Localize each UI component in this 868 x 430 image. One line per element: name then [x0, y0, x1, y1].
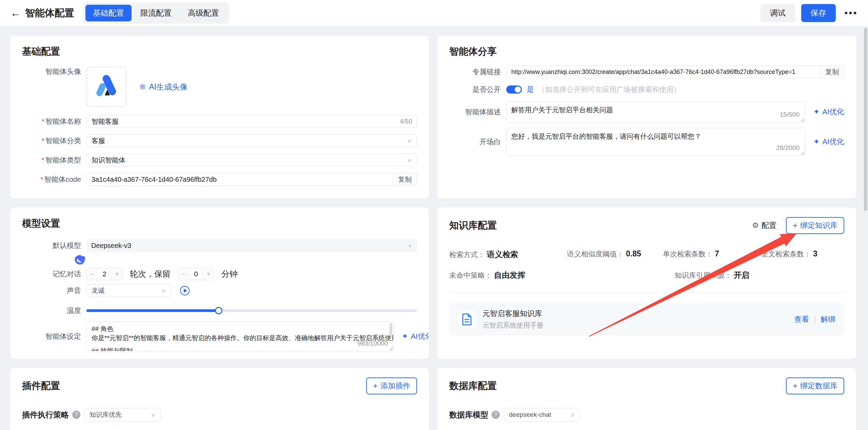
kb-stats-row-1: 检索方式：语义检索 语义相似度阈值：0.85 单次检索条数：7 全文检索条数：3 [449, 249, 844, 260]
plus-icon: + [373, 382, 378, 390]
more-menu-icon[interactable]: ••• [845, 8, 858, 18]
prompt-scrollbar[interactable] [390, 323, 392, 336]
agent-category-select[interactable]: 客服 ∨ [86, 134, 417, 147]
description-textarea[interactable]: 解答用户关于元智启平台相关问题 15/500 [506, 101, 805, 122]
memory-suffix-text: 分钟 [221, 269, 238, 279]
opening-label: 开场白 [449, 137, 506, 146]
toggle-knob [515, 86, 521, 93]
scrollbar-thumb[interactable] [864, 28, 867, 211]
resize-handle-icon[interactable] [801, 151, 804, 155]
basic-config-card: 基础配置 智能体头像 ❊ AI生成头像 *智能体名称 4/50 [10, 36, 429, 198]
agent-type-select[interactable]: 知识智能体 ∨ [86, 154, 417, 167]
content: 基础配置 智能体头像 ❊ AI生成头像 *智能体名称 4/50 [0, 26, 868, 430]
kb-stat-miss-strategy: 未命中策略：自由发挥 [449, 270, 675, 280]
knowledge-base-card: 知识库配置 ⚙ 配置 + 绑定知识库 检索方式：语义检索 语义相似度阈值：0.8… [437, 208, 856, 359]
plus-button[interactable]: + [203, 268, 214, 280]
page-title: 智能体配置 [25, 6, 74, 20]
prompt-line: ## 技能与限制 [92, 347, 389, 351]
temperature-row: 温度 [22, 306, 417, 315]
agent-code-input[interactable] [86, 173, 393, 186]
ai-optimize-opening-link[interactable]: ✦ AI优化 [813, 137, 844, 147]
tab-group: 基础配置 限流配置 高级配置 [83, 2, 229, 24]
prompt-counter: 993/10000 [357, 339, 388, 348]
plus-button[interactable]: + [112, 268, 122, 280]
plugin-strategy-row: 插件执行策略 ? 知识库优先 ∨ [22, 408, 417, 422]
default-model-row: 默认模型 Deepseek-v3 ∨ [22, 239, 417, 252]
temperature-label: 温度 [22, 306, 86, 315]
avatar-row: 智能体头像 ❊ AI生成头像 [22, 67, 417, 107]
help-icon[interactable]: ? [492, 411, 500, 419]
tab-advanced-config[interactable]: 高级配置 [180, 5, 226, 21]
help-icon[interactable]: ? [72, 411, 80, 419]
agent-name-input[interactable] [86, 115, 417, 128]
agent-name-row: *智能体名称 4/50 [22, 115, 417, 128]
copy-code-button[interactable]: 复制 [393, 173, 417, 186]
play-voice-icon[interactable] [180, 286, 190, 295]
voice-select[interactable]: 龙诚 ∨ [86, 284, 171, 297]
back-icon[interactable]: ← [10, 7, 25, 19]
default-model-label: 默认模型 [22, 241, 86, 250]
agent-category-row: *智能体分类 客服 ∨ [22, 134, 417, 147]
resize-handle-icon[interactable] [801, 118, 804, 121]
memory-label: 记忆对话 [22, 269, 86, 279]
bind-knowledge-base-button[interactable]: + 绑定知识库 [786, 217, 844, 234]
memory-minutes-value[interactable]: 0 [189, 268, 203, 280]
kb-stat-fulltext-count: 全文检索条数：3 [761, 249, 817, 260]
temperature-slider-thumb[interactable] [215, 307, 222, 314]
database-model-select[interactable]: deepseek-chat ∨ [504, 408, 580, 422]
memory-minutes-stepper: − 0 + [178, 268, 214, 280]
plugin-config-title: 插件配置 [22, 379, 60, 392]
voice-row: 声音 龙诚 ∨ [22, 284, 417, 297]
bind-database-button[interactable]: + 绑定数据库 [786, 377, 844, 394]
copy-link-button[interactable]: 复制 [820, 65, 844, 78]
ai-generate-avatar-link[interactable]: ❊ AI生成头像 [139, 82, 188, 92]
model-settings-title: 模型设置 [22, 217, 417, 230]
temperature-slider[interactable] [86, 309, 417, 312]
debug-button[interactable]: 调试 [761, 4, 795, 22]
agent-logo-icon [92, 73, 121, 101]
divider [449, 293, 844, 293]
temperature-slider-fill [86, 309, 219, 312]
description-row: 智能体描述 解答用户关于元智启平台相关问题 15/500 ✦ AI优化 [449, 101, 844, 122]
description-counter: 15/500 [780, 110, 800, 119]
plugin-strategy-select[interactable]: 知识库优先 ∨ [84, 408, 161, 422]
kb-unbind-link[interactable]: 解绑 [821, 314, 835, 325]
visibility-toggle[interactable] [506, 85, 522, 94]
minus-button[interactable]: − [87, 268, 97, 280]
opening-counter: 28/2000 [776, 143, 800, 153]
save-button[interactable]: 保存 [801, 4, 836, 22]
sparkle-icon: ❊ [139, 83, 145, 92]
plus-icon: + [793, 382, 797, 390]
resize-handle-icon[interactable] [389, 347, 393, 350]
kb-item-name: 元智启客服知识库 [482, 309, 544, 319]
ai-optimize-description-link[interactable]: ✦ AI优化 [813, 107, 844, 117]
minus-button[interactable]: − [178, 268, 189, 280]
gear-icon: ⚙ [752, 221, 759, 230]
divider: | [814, 315, 816, 324]
chevron-down-icon: ∨ [570, 411, 575, 418]
kb-view-link[interactable]: 查看 [794, 314, 809, 325]
ai-optimize-prompt-link[interactable]: ✦ AI优化 [402, 331, 429, 341]
default-model-select[interactable]: Deepseek-v3 ∨ [86, 239, 417, 252]
add-plugin-button[interactable]: + 添加插件 [366, 377, 417, 394]
kb-stat-similarity-threshold: 语义相似度阈值：0.85 [567, 249, 663, 260]
tab-rate-limit-config[interactable]: 限流配置 [133, 5, 179, 21]
basic-config-title: 基础配置 [22, 45, 417, 58]
agent-name-counter: 4/50 [398, 118, 412, 125]
share-link-input[interactable] [506, 65, 820, 78]
sparkle-icon: ✦ [813, 108, 820, 116]
voice-label: 声音 [22, 286, 86, 295]
kb-stat-search-mode: 检索方式：语义检索 [449, 249, 567, 260]
prompt-label: 智能体设定 [22, 332, 86, 341]
memory-rounds-value[interactable]: 2 [97, 268, 112, 280]
plugin-config-card: 插件配置 + 添加插件 插件执行策略 ? 知识库优先 ∨ [10, 368, 429, 430]
page-scrollbar[interactable] [864, 0, 867, 430]
knowledge-base-title: 知识库配置 [449, 219, 497, 232]
opening-textarea[interactable]: 您好，我是元智启平台的智能客服，请问有什么问题可以帮您？ 28/2000 [506, 128, 805, 156]
tab-basic-config[interactable]: 基础配置 [85, 5, 132, 21]
agent-name-label: *智能体名称 [22, 117, 86, 126]
agent-avatar[interactable] [86, 67, 126, 107]
prompt-textarea[interactable]: ## 角色 你是**元智启**的智能客服，精通元智启的各种操作。你的目标是高效、… [86, 321, 394, 351]
visibility-state: 是 [527, 84, 534, 95]
kb-config-link[interactable]: ⚙ 配置 [752, 220, 776, 231]
